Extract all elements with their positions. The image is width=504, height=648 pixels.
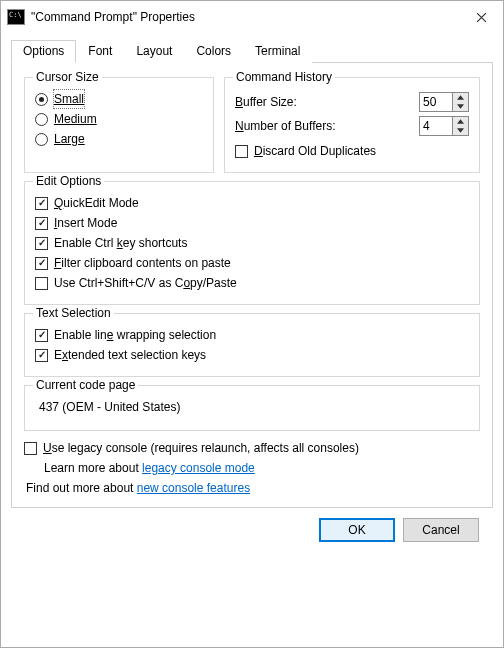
group-text-selection: Text Selection Enable line wrapping sele…	[24, 313, 480, 377]
checkbox-icon	[24, 442, 37, 455]
group-code-page: Current code page 437 (OEM - United Stat…	[24, 385, 480, 431]
link-new-console-features[interactable]: new console features	[137, 481, 250, 495]
checkbox-filter-clipboard[interactable]: Filter clipboard contents on paste	[35, 254, 469, 272]
tab-layout[interactable]: Layout	[124, 40, 184, 63]
checkbox-discard-duplicates[interactable]: Discard Old Duplicates	[235, 142, 469, 160]
options-panel: Cursor Size Small Medium Large Command H…	[11, 63, 493, 508]
checkbox-label: Insert Mode	[54, 214, 117, 232]
buffer-size-spinner[interactable]	[419, 92, 469, 112]
tab-colors[interactable]: Colors	[184, 40, 243, 63]
checkbox-icon	[235, 145, 248, 158]
checkbox-icon	[35, 277, 48, 290]
legacy-learn-more: Learn more about legacy console mode	[44, 461, 480, 475]
checkbox-extended-selection[interactable]: Extended text selection keys	[35, 346, 469, 364]
checkbox-ctrl-shortcuts[interactable]: Enable Ctrl key shortcuts	[35, 234, 469, 252]
radio-label: Large	[54, 132, 85, 146]
checkbox-label: Extended text selection keys	[54, 346, 206, 364]
group-textsel-title: Text Selection	[33, 306, 114, 320]
checkbox-label: Enable line wrapping selection	[54, 326, 216, 344]
group-history-title: Command History	[233, 70, 335, 84]
radio-cursor-small[interactable]: Small	[35, 90, 203, 108]
close-button[interactable]	[459, 2, 503, 32]
checkbox-icon	[35, 329, 48, 342]
checkbox-label: QuickEdit Mode	[54, 194, 139, 212]
checkbox-ctrl-shift-cv[interactable]: Use Ctrl+Shift+C/V as Copy/Paste	[35, 274, 469, 292]
checkbox-legacy-console[interactable]: Use legacy console (requires relaunch, a…	[24, 439, 480, 457]
radio-label: Small	[54, 92, 84, 106]
num-buffers-spinner[interactable]	[419, 116, 469, 136]
checkbox-label: Discard Old Duplicates	[254, 142, 376, 160]
group-edit-title: Edit Options	[33, 174, 104, 188]
spinner-down[interactable]	[453, 102, 468, 111]
link-legacy-console[interactable]: legacy console mode	[142, 461, 255, 475]
radio-icon	[35, 93, 48, 106]
checkbox-label: Filter clipboard contents on paste	[54, 254, 231, 272]
tab-options[interactable]: Options	[11, 40, 76, 63]
checkbox-line-wrapping[interactable]: Enable line wrapping selection	[35, 326, 469, 344]
dialog-buttons: OK Cancel	[11, 508, 493, 552]
spinner-up[interactable]	[453, 93, 468, 102]
find-out-more: Find out more about new console features	[26, 481, 480, 495]
cancel-button[interactable]: Cancel	[403, 518, 479, 542]
title-bar: "Command Prompt" Properties	[1, 1, 503, 33]
checkbox-icon	[35, 257, 48, 270]
num-buffers-label: Number of Buffers:	[235, 119, 419, 133]
checkbox-quickedit[interactable]: QuickEdit Mode	[35, 194, 469, 212]
radio-cursor-medium[interactable]: Medium	[35, 110, 203, 128]
cmd-icon	[7, 9, 25, 25]
radio-label: Medium	[54, 112, 97, 126]
group-cursor-title: Cursor Size	[33, 70, 102, 84]
spinner-up[interactable]	[453, 117, 468, 126]
group-edit-options: Edit Options QuickEdit Mode Insert Mode …	[24, 181, 480, 305]
group-cursor-size: Cursor Size Small Medium Large	[24, 77, 214, 173]
spinner-down[interactable]	[453, 126, 468, 135]
checkbox-label: Use legacy console (requires relaunch, a…	[43, 439, 359, 457]
buffer-size-input[interactable]	[419, 92, 453, 112]
radio-icon	[35, 133, 48, 146]
codepage-value: 437 (OEM - United States)	[35, 396, 469, 420]
group-command-history: Command History Buffer Size: Number of B…	[224, 77, 480, 173]
checkbox-label: Use Ctrl+Shift+C/V as Copy/Paste	[54, 274, 237, 292]
tab-bar: Options Font Layout Colors Terminal	[11, 39, 493, 63]
num-buffers-input[interactable]	[419, 116, 453, 136]
buffer-size-label: Buffer Size:	[235, 95, 419, 109]
checkbox-insert-mode[interactable]: Insert Mode	[35, 214, 469, 232]
checkbox-icon	[35, 197, 48, 210]
window-title: "Command Prompt" Properties	[31, 10, 459, 24]
checkbox-icon	[35, 217, 48, 230]
radio-icon	[35, 113, 48, 126]
ok-button[interactable]: OK	[319, 518, 395, 542]
radio-cursor-large[interactable]: Large	[35, 130, 203, 148]
checkbox-icon	[35, 349, 48, 362]
group-codepage-title: Current code page	[33, 378, 138, 392]
checkbox-icon	[35, 237, 48, 250]
close-icon	[476, 12, 487, 23]
tab-font[interactable]: Font	[76, 40, 124, 63]
checkbox-label: Enable Ctrl key shortcuts	[54, 234, 187, 252]
tab-terminal[interactable]: Terminal	[243, 40, 312, 63]
